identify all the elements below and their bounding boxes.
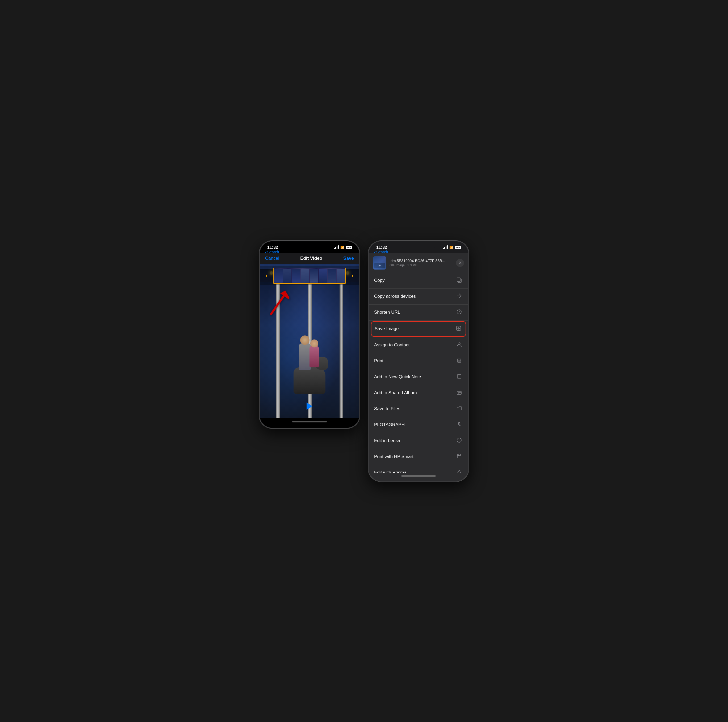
back-chevron-right: ‹ — [374, 249, 376, 255]
menu-item-label-copy-across: Copy across devices — [374, 294, 416, 299]
menu-list: CopyCopy across devicesShorten URLSave I… — [369, 273, 468, 481]
signal-icon-left — [334, 245, 339, 249]
figures — [291, 352, 328, 394]
menu-item-save-files[interactable]: Save to Files — [369, 401, 468, 417]
file-header: trim.5E319904-BC26-4F7F-88B... GIF Image… — [369, 253, 468, 273]
signal-icon-right — [443, 245, 448, 249]
left-phone: 11:32 📶 100 ‹ Search Cancel — [259, 240, 360, 428]
menu-item-label-save-image: Save Image — [375, 326, 399, 332]
file-meta: GIF Image · 1.3 MB — [390, 263, 453, 267]
home-indicator-left — [260, 418, 359, 428]
menu-item-save-image[interactable]: Save Image — [371, 321, 466, 337]
menu-item-icon-save-files — [456, 405, 463, 413]
svg-line-6 — [459, 296, 461, 298]
svg-line-1 — [266, 296, 288, 314]
notch-left — [293, 242, 326, 251]
battery-icon-right: 100 — [455, 246, 461, 249]
right-phone: 11:32 📶 100 ‹ Search — [368, 240, 469, 482]
menu-item-icon-edit-lensa — [456, 437, 463, 445]
menu-item-icon-copy — [456, 277, 463, 284]
menu-item-label-assign-contact: Assign to Contact — [374, 343, 410, 348]
film-handle-left[interactable]: ‹ — [260, 269, 273, 282]
carousel-poles — [260, 264, 359, 418]
menu-item-shared-album[interactable]: Add to Shared Album — [369, 385, 468, 401]
menu-item-label-save-files: Save to Files — [374, 406, 400, 411]
play-button[interactable] — [307, 402, 312, 410]
menu-item-label-print: Print — [374, 358, 384, 364]
menu-item-plotagraph[interactable]: PLOTAGRAPH — [369, 417, 468, 433]
menu-item-label-copy: Copy — [374, 278, 385, 283]
close-button[interactable]: ✕ — [456, 259, 464, 267]
cancel-button[interactable]: Cancel — [265, 256, 279, 261]
menu-item-icon-copy-across — [456, 293, 463, 300]
menu-item-copy[interactable]: Copy — [369, 273, 468, 289]
back-search-left[interactable]: ‹ Search — [265, 249, 279, 255]
menu-item-icon-print-hp — [456, 453, 463, 460]
svg-point-8 — [459, 311, 460, 312]
status-icons-left: 📶 100 — [334, 245, 352, 249]
svg-point-21 — [458, 422, 460, 424]
svg-line-5 — [459, 294, 461, 296]
svg-point-20 — [459, 392, 460, 393]
menu-item-icon-print — [456, 358, 463, 365]
svg-rect-14 — [458, 361, 460, 361]
notch-right — [402, 242, 435, 251]
menu-item-print[interactable]: Print — [369, 353, 468, 369]
svg-rect-3 — [457, 278, 460, 281]
menu-item-label-edit-lensa: Edit in Lensa — [374, 438, 400, 444]
back-search-right[interactable]: ‹ Search — [374, 249, 388, 255]
menu-item-assign-contact[interactable]: Assign to Contact — [369, 337, 468, 353]
battery-icon-left: 100 — [346, 246, 352, 249]
svg-point-25 — [457, 438, 461, 442]
menu-item-label-quick-note: Add to New Quick Note — [374, 374, 421, 379]
back-chevron-left: ‹ — [265, 249, 267, 255]
phones-container: 11:32 📶 100 ‹ Search Cancel — [259, 240, 469, 482]
edit-video-title: Edit Video — [300, 256, 322, 261]
home-bar-right — [401, 475, 436, 477]
film-strip[interactable]: ‹ › — [260, 266, 359, 285]
menu-item-icon-shared-album — [456, 389, 463, 397]
menu-item-icon-quick-note — [456, 373, 463, 381]
horse — [291, 352, 328, 394]
home-bar-left — [292, 421, 327, 422]
film-strip-frames — [273, 268, 346, 284]
menu-item-copy-across[interactable]: Copy across devices — [369, 289, 468, 304]
file-info: trim.5E319904-BC26-4F7F-88B... GIF Image… — [390, 259, 453, 267]
wifi-icon-left: 📶 — [340, 246, 344, 249]
menu-item-icon-shorten-url — [456, 309, 463, 316]
svg-rect-15 — [457, 375, 461, 378]
wifi-icon-right: 📶 — [450, 246, 453, 249]
menu-item-label-shared-album: Add to Shared Album — [374, 390, 417, 396]
menu-item-label-plotagraph: PLOTAGRAPH — [374, 422, 405, 427]
file-thumbnail — [373, 256, 386, 269]
file-name: trim.5E319904-BC26-4F7F-88B... — [390, 259, 451, 263]
status-icons-right: 📶 100 — [443, 245, 461, 249]
video-frame — [260, 264, 359, 418]
menu-item-print-hp[interactable]: Print with HP Smart — [369, 449, 468, 465]
save-button[interactable]: Save — [343, 256, 354, 261]
svg-point-19 — [458, 392, 459, 393]
menu-item-icon-assign-contact — [456, 342, 463, 349]
play-icon — [307, 402, 312, 410]
menu-item-quick-note[interactable]: Add to New Quick Note — [369, 369, 468, 385]
film-handle-right[interactable]: › — [346, 269, 359, 282]
menu-item-shorten-url[interactable]: Shorten URL — [369, 304, 468, 321]
menu-item-label-shorten-url: Shorten URL — [374, 310, 400, 315]
search-label-right[interactable]: Search — [376, 250, 388, 254]
menu-item-label-print-hp: Print with HP Smart — [374, 454, 413, 459]
menu-item-icon-save-image — [455, 325, 462, 333]
menu-item-icon-plotagraph — [456, 421, 463, 428]
menu-item-edit-lensa[interactable]: Edit in Lensa — [369, 433, 468, 449]
home-indicator-right — [369, 473, 468, 481]
search-label-left[interactable]: Search — [267, 250, 279, 254]
